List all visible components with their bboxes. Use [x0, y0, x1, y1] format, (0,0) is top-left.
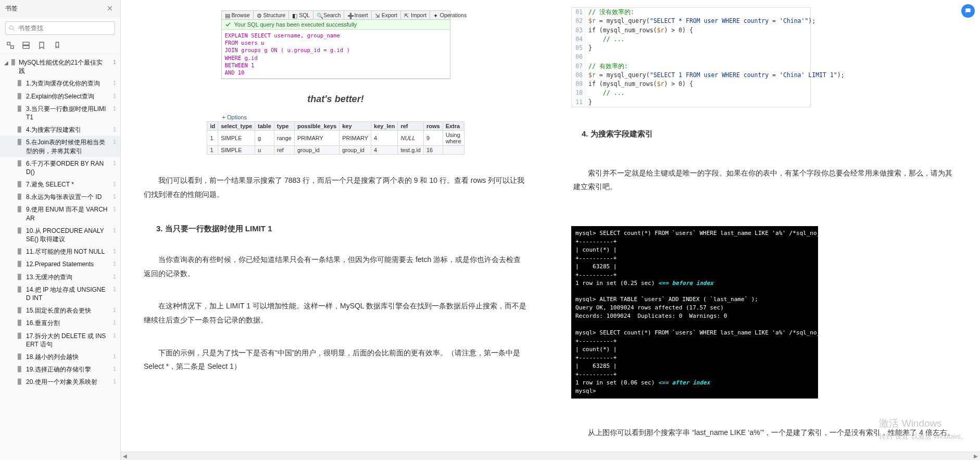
bookmark-glyph-icon: ▉: [18, 248, 23, 255]
tree-item[interactable]: ▉20.使用一个对象关系映射1: [0, 376, 120, 388]
tree-item-label: 20.使用一个对象关系映射: [26, 378, 108, 386]
scroll-track[interactable]: [129, 452, 972, 460]
tree-item[interactable]: ▉1.为查询缓存优化你的查询1: [0, 77, 120, 90]
tree-item[interactable]: ▉16.垂直分割1: [0, 317, 120, 329]
tree-item[interactable]: ▉12.Prepared Statements1: [0, 258, 120, 270]
tree-item[interactable]: ▉8.永远为每张表设置一个 ID1: [0, 191, 120, 203]
table-cell: 1: [207, 131, 218, 146]
structure-icon: ⚙: [257, 13, 262, 18]
tree-item-label: 16.垂直分割: [26, 319, 108, 327]
pma-tab-browse[interactable]: ▤Browse: [222, 11, 254, 19]
tree-item[interactable]: ▉11.尽可能的使用 NOT NULL1: [0, 245, 120, 258]
tree-item[interactable]: ▉4.为搜索字段建索引1: [0, 123, 120, 136]
bookmark-outline-icon[interactable]: [53, 41, 61, 49]
tree-item-count: 1: [113, 260, 116, 268]
scroll-left-button[interactable]: ◀: [121, 452, 129, 461]
table-cell: Using where: [443, 131, 464, 146]
paragraph: 索引并不一定就是给主键或是唯一的字段。如果在你的表中，有某个字段你总要会经常用来…: [573, 166, 957, 194]
code-line: // 没有效率的:: [585, 8, 637, 17]
bookmark-glyph-icon: ▉: [11, 59, 17, 66]
tree-item[interactable]: ▉18.越小的列会越快1: [0, 351, 120, 363]
tree-item[interactable]: ▉5.在Join表的时候使用相当类型的例，并将其索引1: [0, 136, 120, 157]
phpmyadmin-tabs: ▤Browse⚙Structure◧SQL🔍Search➕Insert⇲Expo…: [222, 11, 450, 20]
col-header: key_len: [371, 122, 398, 131]
bookmark-glyph-icon: ▉: [18, 260, 23, 268]
bookmarks-sidebar: 书签 ✕ ◢ ▉ MySQL性能优化的21个最佳实践 1 ▉1.为查询缓存优化你…: [0, 0, 121, 460]
sidebar-title: 书签: [5, 4, 18, 13]
pma-tab-search[interactable]: 🔍Search: [313, 11, 344, 19]
tab-label: Search: [323, 12, 341, 18]
tree-item-label: 8.永远为每张表设置一个 ID: [26, 193, 108, 201]
line-number: 08: [572, 71, 585, 80]
tree-item[interactable]: ▉2.Explain你的Select查询1: [0, 90, 120, 103]
table-cell: test.g.id: [398, 146, 424, 155]
code-line: $r = mysql_query("SELECT 1 FROM user WHE…: [585, 71, 848, 80]
tab-label: SQL: [299, 12, 310, 18]
pma-tab-export[interactable]: ⇲Export: [372, 11, 401, 19]
tree-item[interactable]: ▉10.从 PROCEDURE ANALYSE() 取得建议1: [0, 225, 120, 245]
expand-all-icon[interactable]: [6, 41, 15, 49]
tab-label: Browse: [232, 12, 250, 18]
pma-tab-operations[interactable]: ✦Operations: [430, 11, 470, 19]
tree-item-label: 7.避免 SELECT *: [26, 180, 108, 189]
bookmark-glyph-icon: ▉: [18, 227, 23, 234]
pma-tab-structure[interactable]: ⚙Structure: [254, 11, 290, 19]
bookmark-glyph-icon: ▉: [18, 181, 23, 188]
svg-rect-3: [11, 46, 14, 48]
col-header: table: [255, 122, 274, 131]
pma-tab-import[interactable]: ⇱Import: [401, 11, 430, 19]
tree-item[interactable]: ▉19.选择正确的存储引擎1: [0, 363, 120, 376]
query-success-banner: Your SQL query has been executed success…: [222, 20, 450, 30]
bookmark-search[interactable]: [5, 21, 115, 35]
table-cell: [443, 146, 464, 155]
table-cell: PRIMARY: [294, 131, 339, 146]
tree-item[interactable]: ▉9.使用 ENUM 而不是 VARCHAR1: [0, 203, 120, 224]
tree-item-count: 1: [113, 285, 116, 293]
close-sidebar-button[interactable]: ✕: [105, 3, 115, 14]
tree-item-label: 18.越小的列会越快: [26, 353, 108, 361]
tree-item-label: 12.Prepared Statements: [26, 260, 108, 268]
tree-item-label: 11.尽可能的使用 NOT NULL: [26, 247, 108, 256]
code-line: }: [585, 44, 595, 53]
import-icon: ⇱: [404, 13, 409, 18]
page-left: ▤Browse⚙Structure◧SQL🔍Search➕Insert⇲Expo…: [121, 0, 550, 452]
code-line: // ...: [585, 89, 627, 97]
paragraph: 当你查询表的有些时候，你已经知道结果只会有一条结果，但因为你可能需要去 fetc…: [144, 253, 527, 280]
line-number: 04: [572, 35, 585, 44]
bookmark-glyph-icon: ▉: [18, 126, 23, 133]
tree-item-label: 5.在Join表的时候使用相当类型的例，并将其索引: [26, 138, 108, 155]
tree-root-label: MySQL性能优化的21个最佳实践: [19, 58, 109, 75]
scroll-right-button[interactable]: ▶: [972, 452, 980, 461]
tree-item[interactable]: ▉17.拆分大的 DELETE 或 INSERT 语句1: [0, 330, 120, 351]
tree-item[interactable]: ▉7.避免 SELECT *1: [0, 178, 120, 191]
table-cell: u: [255, 146, 274, 155]
paragraph: 下面的示例，只是为了找一下是否有“中国”的用户，很明显，后面的会比前面的更有效率…: [144, 346, 527, 374]
table-row: 1SIMPLEgrangePRIMARYPRIMARY4NULL9Using w…: [207, 131, 464, 146]
explain-table: idselect_typetabletypepossible_keyskeyke…: [207, 121, 464, 155]
pma-tab-sql[interactable]: ◧SQL: [289, 11, 313, 19]
table-cell: g: [255, 131, 274, 146]
tree-item-count: 1: [113, 193, 116, 201]
pma-tab-insert[interactable]: ➕Insert: [344, 11, 371, 19]
tree-item[interactable]: ▉13.无缓冲的查询1: [0, 271, 120, 283]
col-header: key: [340, 122, 371, 131]
code-line: // ...: [585, 35, 627, 44]
bookmark-tree[interactable]: ◢ ▉ MySQL性能优化的21个最佳实践 1 ▉1.为查询缓存优化你的查询1▉…: [0, 54, 120, 460]
bookmark-search-input[interactable]: [15, 24, 111, 32]
tree-item-label: 10.从 PROCEDURE ANALYSE() 取得建议: [26, 227, 108, 243]
tree-item[interactable]: ▉3.当只要一行数据时使用LIMIT11: [0, 103, 120, 123]
tree-item-count: 1: [113, 365, 116, 373]
col-header: possible_keys: [294, 122, 339, 131]
tree-root-item[interactable]: ◢ ▉ MySQL性能优化的21个最佳实践 1: [0, 56, 120, 77]
bookmark-icon[interactable]: [37, 41, 46, 49]
tree-item[interactable]: ▉14.把 IP 地址存成 UNSIGNED INT1: [0, 283, 120, 304]
options-link[interactable]: + Options: [221, 114, 450, 120]
tree-item-count: 1: [113, 79, 116, 87]
caret-down-icon: ◢: [4, 59, 9, 67]
tree-item[interactable]: ▉6.千万不要ORDER BY RAND()1: [0, 157, 120, 178]
horizontal-scrollbar[interactable]: ◀ ▶: [121, 452, 980, 460]
tree-item[interactable]: ▉15.固定长度的表会更快1: [0, 304, 120, 317]
table-cell: 9: [423, 131, 443, 146]
table-cell: 4: [371, 146, 398, 155]
collapse-all-icon[interactable]: [22, 41, 30, 49]
